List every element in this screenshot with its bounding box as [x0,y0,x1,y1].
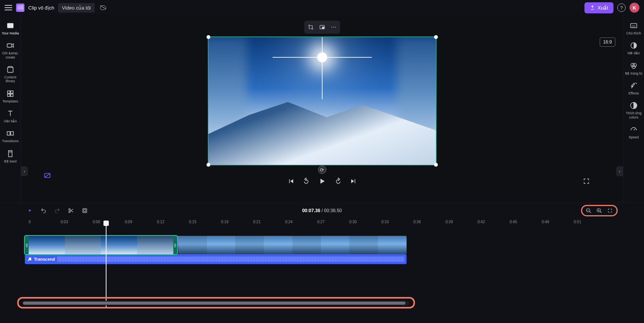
ai-sparkle-button[interactable]: ✦ [26,207,33,214]
sidebar-item-text[interactable]: Văn bản [0,107,21,125]
resize-handle-br[interactable] [434,163,438,167]
top-bar: Clip vô địch Video của tôi Xuất ? K [0,0,644,15]
zoom-controls-highlight [581,205,618,216]
zoom-in-button[interactable] [596,207,603,214]
rewind-button[interactable] [302,177,311,186]
audio-waveform [57,256,404,262]
sidebar-item-captions[interactable]: CC Chú thích [623,19,644,37]
ruler-tick: 0:48 [542,220,549,224]
ruler-tick: 0:24 [285,220,292,224]
more-icon [331,24,337,30]
filters-icon [629,62,638,70]
skip-next-button[interactable] [349,177,358,186]
resize-handle-tr[interactable] [434,35,438,39]
fullscreen-button[interactable] [582,177,591,186]
left-sidebar: Your media Ghi &amp; create Content libr… [0,15,21,203]
sidebar-label: Mờ dần [628,51,640,55]
ruler-tick: 0:21 [253,220,260,224]
captions-icon: CC [629,21,638,30]
forward-button[interactable] [334,177,343,186]
app-logo[interactable] [16,3,24,12]
audio-clip[interactable]: Transcend [25,254,407,264]
sidebar-label: Bộ bard [4,159,17,163]
pip-button[interactable] [317,22,327,32]
sidebar-item-adjust-colors[interactable]: Thích ứng colors [623,99,644,122]
timeline-toolbar: ✦ 00:07.36 / 00:36.50 [21,203,623,218]
menu-icon[interactable] [5,4,12,11]
video-clip-1[interactable]: || || [25,236,177,254]
ruler-tick: 0:12 [157,220,164,224]
svg-rect-2 [8,68,13,73]
crop-icon [308,24,314,30]
music-icon [27,257,32,261]
aspect-ratio-selector[interactable]: 16:9 [600,37,615,47]
canvas-toolbar [304,21,340,34]
sidebar-item-effects[interactable]: Effects [623,79,644,97]
resize-handle-bl[interactable] [207,163,210,167]
svg-rect-3 [8,91,10,93]
sidebar-item-record-create[interactable]: Ghi &amp; create [0,39,21,62]
sidebar-item-templates[interactable]: Templates [0,87,21,106]
ruler-tick: 0:45 [510,220,517,224]
play-button[interactable] [317,176,328,187]
delete-clip-button[interactable] [43,171,52,180]
sidebar-label: Effects [628,91,639,95]
more-button[interactable] [329,22,339,32]
user-avatar[interactable]: K [629,3,639,13]
fit-zoom-button[interactable] [607,207,613,214]
sidebar-item-transitions[interactable]: Transitions [0,127,21,145]
redo-button[interactable] [54,207,61,214]
svg-rect-1 [7,44,12,47]
ruler-tick: 0 [29,220,31,224]
sidebar-label: Templates [2,99,18,103]
right-sidebar: CC Chú thích Mờ dần Bộ trang bị Effects … [623,15,644,203]
camera-icon [6,41,15,50]
sidebar-label: Bộ trang bị [625,71,642,75]
export-button[interactable]: Xuất [584,2,613,13]
sidebar-item-speed[interactable]: Speed [623,123,644,141]
project-title[interactable]: Clip vô địch [28,5,54,11]
my-videos-chip[interactable]: Video của tôi [58,3,95,13]
sidebar-label: Ghi &amp; create [2,51,19,59]
crop-timeline-button[interactable] [81,207,88,214]
templates-icon [6,89,15,98]
playhead[interactable] [106,224,107,308]
sidebar-item-your-media[interactable]: Your media [0,19,21,37]
svg-rect-8 [11,132,13,135]
clip-left-handle[interactable]: || [25,236,29,254]
sidebar-item-content-library[interactable]: Content library [0,63,21,86]
ruler-tick: 0:42 [478,220,485,224]
contrast-icon [629,101,638,110]
canvas-area: 16:9 ⟳ [21,15,623,203]
video-clip-2[interactable] [178,236,407,254]
sidebar-item-brand-kit[interactable]: Bộ bard [0,147,21,166]
skip-prev-button[interactable] [286,177,295,186]
fade-icon [629,41,638,50]
effects-icon [629,81,638,90]
crop-button[interactable] [306,22,316,32]
preview-frame[interactable]: ⟳ [208,37,436,165]
scrollbar-highlight [17,297,415,308]
help-icon[interactable]: ? [617,3,626,12]
svg-rect-7 [7,132,10,135]
timeline-section: ✦ 00:07.36 / 00:36.50 00:030:060:090:120… [0,203,644,323]
timeline-ruler[interactable]: 00:030:060:090:120:150:180:210:240:270:3… [25,218,619,229]
sidebar-label: Transitions [2,139,19,143]
sidebar-item-filters[interactable]: Bộ trang bị [623,59,644,78]
cloud-off-icon[interactable] [99,5,107,11]
library-icon [6,65,15,74]
undo-button[interactable] [40,207,47,214]
svg-rect-5 [8,94,10,96]
total-time: 00:36.50 [324,208,342,213]
zoom-out-button[interactable] [585,207,592,214]
split-button[interactable] [68,207,74,214]
clip-right-handle[interactable]: || [173,236,177,254]
svg-rect-0 [7,23,14,28]
right-sidebar-collapse[interactable]: ‹ [616,166,623,176]
brand-kit-icon [6,149,15,158]
sidebar-item-fade[interactable]: Mờ dần [623,39,644,57]
export-label: Xuất [597,5,608,11]
rotate-handle[interactable]: ⟳ [318,166,326,174]
resize-handle-tl[interactable] [207,35,210,39]
transitions-icon [6,129,15,138]
